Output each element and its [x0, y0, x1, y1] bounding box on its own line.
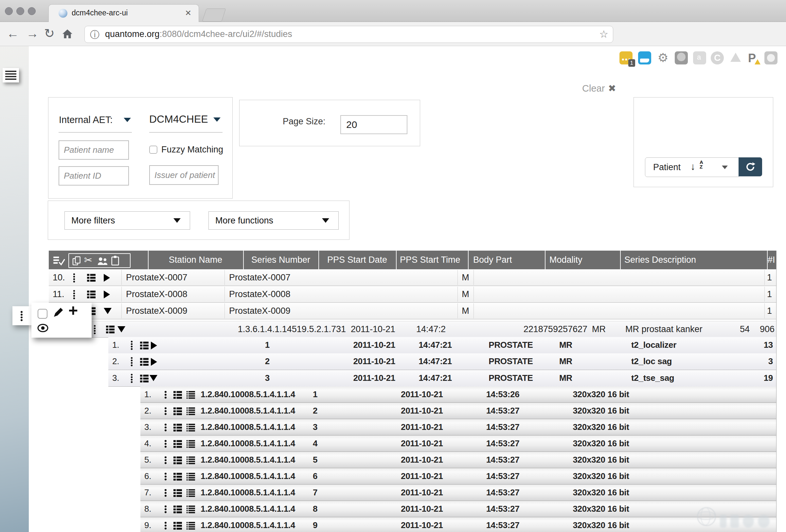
series-attrs-icon[interactable] [138, 357, 150, 366]
patient-name-input[interactable] [59, 140, 129, 160]
avatar-extension-icon[interactable] [675, 51, 688, 65]
col-modality[interactable]: Modality [549, 251, 582, 269]
collapse-row-icon[interactable] [104, 308, 112, 314]
col-station-name[interactable]: Station Name [148, 251, 243, 269]
paste-clipboard-icon[interactable] [111, 256, 119, 266]
instance-row[interactable]: 4. 1.2.840.10008.5.1.4.1.1.4 4 2011-10-2… [140, 436, 776, 452]
patient-attrs-icon[interactable] [86, 274, 97, 282]
collapse-study-icon[interactable] [117, 326, 125, 332]
patient-row[interactable]: 10. ProstateX-0007 ProstateX-0007 M 1 [49, 269, 776, 286]
select-list-check-icon[interactable] [53, 256, 65, 266]
bookmark-star-icon[interactable]: ☆ [599, 28, 608, 40]
view-eye-icon[interactable] [37, 324, 48, 332]
patient-attrs-icon[interactable] [86, 290, 97, 299]
instance-attrs-icon[interactable] [172, 472, 184, 481]
instance-attrs-icon[interactable] [172, 489, 184, 497]
instance-row[interactable]: 2. 1.2.840.10008.5.1.4.1.1.4 2 2011-10-2… [140, 403, 776, 419]
col-series-description[interactable]: Series Description [624, 251, 696, 269]
instance-file-list-icon[interactable] [185, 505, 196, 514]
instance-file-list-icon[interactable] [185, 472, 196, 481]
instance-attrs-icon[interactable] [172, 456, 184, 465]
expand-row-icon[interactable] [104, 274, 110, 282]
checkbox-icon[interactable] [149, 145, 157, 154]
instance-attrs-icon[interactable] [172, 391, 184, 399]
instance-file-list-icon[interactable] [185, 456, 196, 465]
browser-tab[interactable]: dcm4chee-arc-ui ✕ [48, 4, 199, 22]
instance-row[interactable]: 6. 1.2.840.10008.5.1.4.1.1.4 6 2011-10-2… [140, 468, 776, 485]
patient-row[interactable]: 11. ProstateX-0008 ProstateX-0008 M 1 [49, 286, 776, 303]
row-menu-dots-icon[interactable] [164, 522, 167, 530]
row-menu-dots-icon[interactable] [131, 357, 133, 366]
c-extension-icon[interactable]: C [711, 51, 724, 65]
instance-row[interactable]: 3. 1.2.840.10008.5.1.4.1.1.4 3 2011-10-2… [140, 419, 776, 436]
row-menu-dots-icon[interactable] [131, 374, 133, 383]
instance-attrs-icon[interactable] [172, 407, 184, 416]
reload-button[interactable]: ↻ [41, 22, 58, 46]
instance-file-list-icon[interactable] [185, 440, 196, 448]
instance-attrs-icon[interactable] [172, 440, 184, 448]
screenshot-extension-icon[interactable] [638, 51, 651, 65]
row-menu-dots-icon[interactable] [164, 407, 167, 415]
row-menu-dots-icon[interactable] [164, 440, 167, 448]
cut-scissors-icon[interactable]: ✂ [84, 254, 92, 266]
series-row-expanded[interactable]: 3. 3 2011-10-21 14:47:21 PROSTATE MR t2_… [108, 370, 776, 387]
expand-row-icon[interactable] [104, 291, 110, 298]
row-menu-dots-icon[interactable] [164, 472, 167, 481]
row-menu-dots-icon[interactable] [94, 325, 96, 334]
instance-row[interactable]: 5. 1.2.840.10008.5.1.4.1.1.4 5 2011-10-2… [140, 452, 776, 468]
fuzzy-matching-checkbox[interactable]: Fuzzy Matching [149, 145, 223, 155]
row-menu-dots-icon[interactable] [164, 456, 167, 464]
menu-hamburger-button[interactable] [3, 68, 19, 83]
back-button[interactable]: ← [4, 22, 22, 46]
forward-button[interactable]: → [24, 22, 41, 46]
instance-attrs-icon[interactable] [172, 522, 184, 530]
issuer-of-patient-input[interactable] [149, 165, 218, 185]
drive-extension-icon[interactable] [729, 51, 742, 65]
settings-gear-extension-icon[interactable]: ⚙ [656, 51, 670, 65]
patient-row-expanded[interactable]: ProstateX-0009 ProstateX-0009 M 1 [49, 303, 776, 319]
new-tab-button[interactable] [202, 8, 226, 22]
more-functions-select[interactable]: More functions [208, 211, 339, 230]
instance-row[interactable]: 7. 1.2.840.10008.5.1.4.1.1.4 7 2011-10-2… [140, 485, 776, 501]
order-by-select[interactable]: Patient ↓ AZ [645, 157, 739, 177]
add-plus-icon[interactable]: + [68, 301, 78, 320]
row-menu-dots-icon[interactable] [164, 391, 167, 399]
instance-file-list-icon[interactable] [185, 522, 196, 530]
col-instance-count[interactable]: #I [768, 251, 775, 269]
copy-icon[interactable] [72, 256, 82, 266]
row-actions-popup-handle[interactable] [13, 306, 31, 325]
chat-extension-icon[interactable]: a [693, 51, 706, 65]
patient-id-input[interactable] [59, 166, 129, 186]
tab-close-icon[interactable]: ✕ [185, 8, 191, 18]
password-manager-extension-icon[interactable]: ••• 1 [620, 51, 632, 65]
row-menu-dots-icon[interactable] [164, 423, 167, 432]
col-pps-start-date[interactable]: PPS Start Date [318, 251, 396, 269]
instance-attrs-icon[interactable] [172, 423, 184, 432]
p-warning-extension-icon[interactable]: P [747, 51, 760, 65]
row-menu-dots-icon[interactable] [131, 341, 133, 350]
more-filters-select[interactable]: More filters [65, 211, 190, 230]
instance-row[interactable]: 1. 1.2.840.10008.5.1.4.1.1.4 1 2011-10-2… [140, 387, 776, 403]
edit-pencil-icon[interactable] [53, 307, 64, 318]
row-menu-dots-icon[interactable] [164, 505, 167, 513]
persona-extension-icon[interactable] [764, 51, 778, 65]
internal-aet-dropdown[interactable]: Internal AET: [59, 115, 113, 125]
refresh-button[interactable] [739, 157, 762, 176]
instance-attrs-icon[interactable] [172, 505, 184, 514]
instance-row[interactable]: 8. 1.2.840.10008.5.1.4.1.1.4 8 2011-10-2… [140, 501, 776, 517]
col-series-number[interactable]: Series Number [243, 251, 318, 269]
expand-series-icon[interactable] [151, 358, 157, 366]
instance-file-list-icon[interactable] [185, 407, 196, 416]
window-zoom-button[interactable] [28, 7, 36, 15]
aet-select[interactable]: DCM4CHEE [149, 113, 208, 125]
window-minimize-button[interactable] [16, 7, 24, 15]
clear-filters-button[interactable]: Clear✖ [582, 83, 616, 94]
series-row[interactable]: 2. 2 2011-10-21 14:47:21 PROSTATE MR t2_… [108, 353, 776, 370]
instance-row[interactable]: 9. 1.2.840.10008.5.1.4.1.1.4 9 2011-10-2… [140, 517, 776, 532]
instance-file-list-icon[interactable] [185, 391, 196, 399]
series-attrs-icon[interactable] [138, 374, 150, 383]
row-menu-dots-icon[interactable] [73, 273, 75, 283]
row-menu-dots-icon[interactable] [164, 489, 167, 497]
instance-file-list-icon[interactable] [185, 423, 196, 432]
series-attrs-icon[interactable] [138, 341, 150, 350]
